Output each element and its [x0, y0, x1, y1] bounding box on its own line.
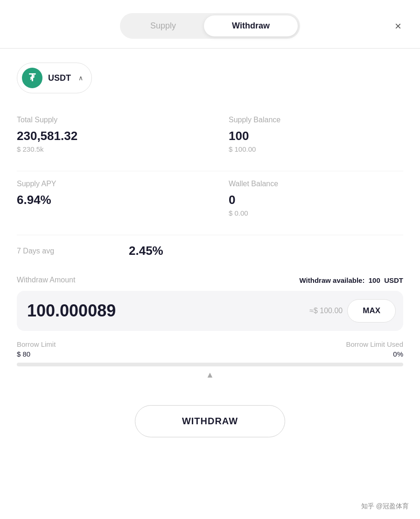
stats-grid-2: Supply APY 6.94% Wallet Balance 0 $ 0.00: [17, 171, 403, 225]
stat-7days-row: 7 Days avg 2.45%: [17, 235, 403, 267]
days-avg-label: 7 Days avg: [17, 247, 73, 255]
token-name: USDT: [48, 73, 71, 83]
supply-balance-value: 100: [229, 129, 403, 143]
supply-balance-usd: $ 100.00: [229, 145, 403, 153]
withdraw-header: Withdraw Amount Withdraw available: 100 …: [17, 276, 403, 284]
token-selector[interactable]: ₮ USDT ∧: [17, 63, 92, 93]
withdraw-section: Withdraw Amount Withdraw available: 100 …: [17, 276, 403, 366]
stat-supply-balance: Supply Balance 100 $ 100.00: [210, 107, 403, 161]
collapse-row: ▲: [17, 366, 403, 382]
tab-container: Supply Withdraw: [120, 13, 300, 39]
withdraw-available-prefix: Withdraw available:: [300, 276, 365, 284]
main-content: ₮ USDT ∧ Total Supply 230,581.32 $ 230.5…: [0, 49, 420, 396]
stat-supply-apy: Supply APY 6.94%: [17, 171, 210, 225]
close-button[interactable]: ×: [395, 21, 401, 32]
stats-grid: Total Supply 230,581.32 $ 230.5k Supply …: [17, 107, 403, 161]
tab-supply[interactable]: Supply: [122, 15, 204, 36]
borrow-row: Borrow Limit $ 80 Borrow Limit Used 0%: [17, 340, 403, 358]
withdraw-input-row: 100.000089 ≈$ 100.00 MAX: [17, 291, 403, 331]
withdraw-available-amount: 100: [369, 276, 380, 284]
borrow-limit-value: $ 80: [17, 350, 56, 358]
withdraw-button[interactable]: WITHDRAW: [135, 405, 285, 437]
days-avg-value: 2.45%: [129, 244, 163, 258]
progress-bar-container: [17, 363, 403, 366]
borrow-limit-label: Borrow Limit: [17, 340, 56, 348]
tab-row: Supply Withdraw ×: [0, 0, 420, 48]
wallet-balance-value: 0: [229, 193, 403, 207]
supply-balance-label: Supply Balance: [229, 116, 403, 124]
token-icon: ₮: [22, 68, 42, 88]
wallet-balance-usd: $ 0.00: [229, 209, 403, 217]
stat-total-supply: Total Supply 230,581.32 $ 230.5k: [17, 107, 210, 161]
supply-apy-value: 6.94%: [17, 193, 210, 207]
borrow-limit-used-value: 0%: [393, 350, 403, 358]
token-icon-char: ₮: [29, 72, 35, 84]
tab-withdraw[interactable]: Withdraw: [204, 15, 298, 36]
withdraw-available-text: Withdraw available: 100 USDT: [300, 276, 403, 284]
watermark: 知乎 @冠盈体育: [361, 502, 409, 511]
collapse-icon[interactable]: ▲: [206, 370, 214, 380]
withdraw-usd-equiv: ≈$ 100.00: [309, 307, 343, 315]
total-supply-label: Total Supply: [17, 116, 210, 124]
borrow-limit-section: Borrow Limit $ 80: [17, 340, 56, 358]
withdraw-button-container: WITHDRAW: [0, 396, 420, 447]
borrow-limit-used-section: Borrow Limit Used 0%: [346, 340, 403, 358]
stat-wallet-balance: Wallet Balance 0 $ 0.00: [210, 171, 403, 225]
withdraw-available-currency: USDT: [384, 276, 403, 284]
total-supply-value: 230,581.32: [17, 129, 210, 143]
total-supply-usd: $ 230.5k: [17, 145, 210, 153]
wallet-balance-label: Wallet Balance: [229, 180, 403, 188]
withdraw-amount-label: Withdraw Amount: [17, 276, 75, 284]
max-button[interactable]: MAX: [347, 299, 396, 323]
supply-apy-label: Supply APY: [17, 180, 210, 188]
withdraw-amount-value: 100.000089: [27, 301, 305, 321]
chevron-up-icon: ∧: [78, 74, 83, 82]
borrow-limit-used-label: Borrow Limit Used: [346, 340, 403, 348]
